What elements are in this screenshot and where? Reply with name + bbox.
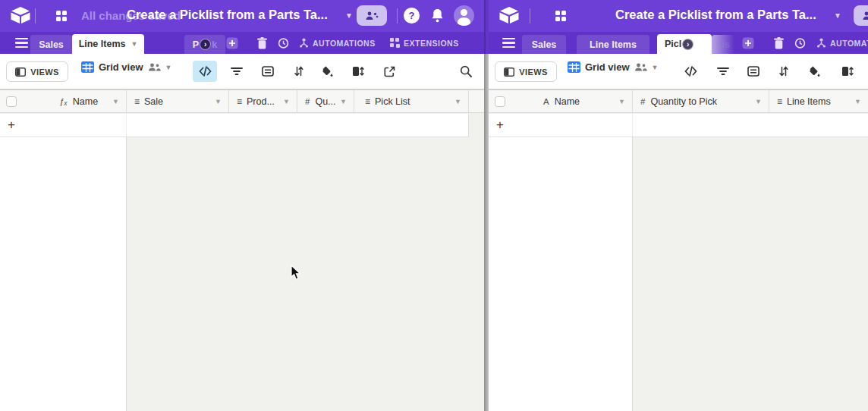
- column-header-quantity[interactable]: # Qu... ▼: [297, 90, 354, 112]
- base-title[interactable]: Create a Picklist from a Parts Ta...: [127, 8, 328, 22]
- tab-pick-lists-ghost: Lis: [712, 35, 734, 54]
- tab-line-items[interactable]: Line Items: [577, 35, 649, 54]
- tab-pick-lists[interactable]: P›k: [184, 35, 225, 54]
- divider: [397, 8, 398, 24]
- sidebar-menu-icon[interactable]: [15, 38, 28, 48]
- add-row[interactable]: +: [0, 114, 469, 137]
- column-header-sale[interactable]: ≡ Sale ▼: [127, 90, 229, 112]
- top-bar: Create a Picklist from a Parts Ta... ▼: [489, 0, 868, 32]
- history-icon[interactable]: [278, 37, 289, 49]
- filter-button[interactable]: [225, 61, 249, 82]
- tab-sales[interactable]: Sales: [30, 35, 72, 54]
- linked-record-field-icon: ≡: [365, 96, 370, 107]
- divider: [35, 8, 36, 24]
- trash-icon[interactable]: [774, 37, 784, 49]
- sort-button[interactable]: [772, 61, 796, 82]
- select-all-checkbox[interactable]: [6, 96, 17, 107]
- view-caret-icon[interactable]: ▼: [165, 64, 172, 71]
- table-tab-bar: Sales Line Items▼ P›k AUTOMATIONS: [0, 32, 484, 54]
- collaborative-view-icon: [634, 63, 647, 71]
- airtable-logo-icon[interactable]: [499, 7, 519, 24]
- linked-record-field-icon: ≡: [134, 96, 139, 107]
- view-name: Grid view: [585, 61, 630, 73]
- column-header-quantity-to-pick[interactable]: # Quantity to Pick ▼: [633, 90, 769, 112]
- automations-menu[interactable]: AUTOMATIONS: [816, 38, 868, 48]
- color-button[interactable]: [802, 61, 826, 82]
- tab-line-items[interactable]: Line Items▼: [72, 34, 144, 54]
- tab-sales[interactable]: Sales: [522, 35, 566, 54]
- grid-view-icon: [568, 61, 580, 73]
- click-overlay-badge: ›: [682, 39, 693, 50]
- view-toolbar: VIEWS Grid view ▼: [0, 54, 484, 89]
- hide-fields-button[interactable]: [678, 61, 703, 82]
- base-title[interactable]: Create a Picklist from a Parts Ta...: [615, 8, 816, 22]
- divider: [530, 8, 530, 24]
- airtable-two-frame-screenshot: All changes saved Create a Picklist from…: [0, 0, 868, 411]
- tab-caret-icon[interactable]: ▼: [131, 40, 137, 48]
- select-all-checkbox[interactable]: [495, 96, 505, 107]
- column-caret-icon[interactable]: ▼: [283, 98, 290, 105]
- grid-empty-area: [489, 137, 633, 411]
- table-tab-bar: Sales Line Items Picl› Lis AUTOMATION: [489, 32, 868, 54]
- grid-empty-area: [0, 137, 127, 411]
- column-caret-icon[interactable]: ▼: [454, 98, 461, 105]
- sidebar-menu-icon[interactable]: [502, 38, 515, 48]
- collaborative-view-icon: [148, 63, 161, 71]
- column-header-row: ƒₓ Name ▼ ≡ Sale ▼ ≡ Prod... ▼ # Qu... ▼…: [0, 89, 484, 113]
- add-row-plus-icon: +: [8, 118, 15, 133]
- extensions-menu[interactable]: EXTENSIONS: [390, 38, 459, 48]
- panel-right: Create a Picklist from a Parts Ta... ▼ S…: [489, 0, 868, 411]
- notifications-bell-icon[interactable]: [429, 8, 445, 24]
- column-header-name[interactable]: ƒₓ Name ▼: [0, 90, 127, 112]
- account-avatar[interactable]: [454, 5, 474, 26]
- views-button[interactable]: VIEWS: [495, 61, 557, 82]
- view-caret-icon[interactable]: ▼: [652, 64, 659, 71]
- column-caret-icon[interactable]: ▼: [755, 98, 762, 105]
- color-button[interactable]: [315, 61, 339, 82]
- filter-button[interactable]: [711, 61, 735, 82]
- column-header-line-items[interactable]: ≡ Line Items ▼: [769, 90, 868, 112]
- view-name: Grid view: [99, 61, 143, 73]
- column-header-product[interactable]: ≡ Prod... ▼: [229, 90, 297, 112]
- top-bar: All changes saved Create a Picklist from…: [0, 0, 484, 32]
- group-button[interactable]: [741, 61, 766, 82]
- add-row[interactable]: +: [489, 114, 868, 137]
- views-sidebar-icon: [504, 67, 514, 77]
- group-button[interactable]: [256, 61, 280, 82]
- number-field-icon: #: [305, 97, 310, 106]
- row-height-button[interactable]: [835, 61, 860, 82]
- search-button[interactable]: [454, 61, 478, 82]
- history-icon[interactable]: [794, 37, 806, 49]
- collaborators-button[interactable]: [854, 5, 868, 26]
- column-caret-icon[interactable]: ▼: [215, 98, 222, 105]
- add-table-icon[interactable]: [742, 37, 754, 49]
- app-launcher-icon[interactable]: [56, 11, 66, 20]
- hide-fields-button[interactable]: [193, 61, 217, 82]
- column-header-pick-list[interactable]: ≡ Pick List ▼: [354, 90, 469, 112]
- airtable-logo-icon[interactable]: [11, 7, 30, 24]
- views-sidebar-icon: [15, 67, 26, 77]
- help-button[interactable]: ?: [404, 8, 420, 24]
- trash-icon[interactable]: [257, 37, 267, 49]
- sort-button[interactable]: [287, 61, 311, 82]
- share-view-button[interactable]: [377, 61, 401, 82]
- column-caret-icon[interactable]: ▼: [112, 98, 119, 105]
- views-button[interactable]: VIEWS: [6, 61, 68, 82]
- automations-icon: [816, 38, 826, 48]
- base-title-caret-icon[interactable]: ▼: [834, 11, 841, 20]
- column-caret-icon[interactable]: ▼: [340, 98, 347, 105]
- view-switcher[interactable]: Grid view ▼: [81, 61, 171, 73]
- app-launcher-icon[interactable]: [555, 11, 565, 20]
- tab-pick-lists[interactable]: Picl›: [657, 34, 712, 54]
- grid-view-icon: [81, 61, 94, 73]
- automations-menu[interactable]: AUTOMATIONS: [299, 38, 376, 48]
- column-caret-icon[interactable]: ▼: [618, 98, 625, 105]
- view-switcher[interactable]: Grid view ▼: [568, 61, 658, 73]
- base-title-caret-icon[interactable]: ▼: [345, 11, 353, 20]
- row-height-button[interactable]: [346, 61, 370, 82]
- column-caret-icon[interactable]: ▼: [854, 98, 861, 105]
- add-table-icon[interactable]: [226, 37, 238, 49]
- mouse-cursor: [291, 265, 301, 281]
- column-header-name[interactable]: A Name ▼: [489, 90, 633, 112]
- collaborators-button[interactable]: [357, 5, 387, 26]
